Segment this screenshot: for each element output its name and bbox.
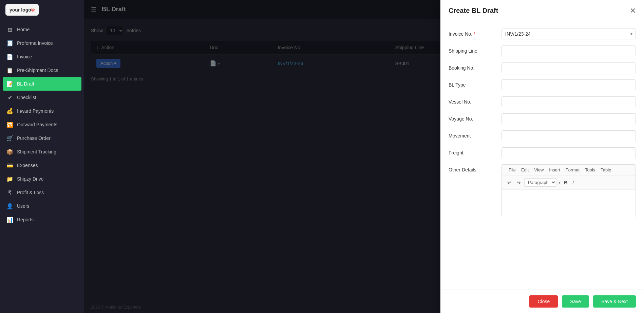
- menu-edit[interactable]: Edit: [518, 167, 531, 173]
- save-button[interactable]: Save: [562, 295, 589, 308]
- invoice-no-select-wrapper: INV/1/23-24 ▾: [501, 29, 636, 39]
- modal-header: Create BL Draft ✕: [440, 0, 644, 20]
- sidebar-item-label-outward-payments: Outward Payments: [17, 122, 57, 127]
- label-movement: Movement: [449, 130, 496, 139]
- save-next-button[interactable]: Save & Next: [593, 295, 636, 308]
- shipment-tracking-icon: 📦: [7, 149, 13, 155]
- sidebar-item-proforma-invoice[interactable]: 🧾 Proforma Invoice: [0, 36, 84, 50]
- editor-area: File Edit View Insert Format Tools Table…: [501, 164, 636, 217]
- checklist-icon: ✔: [7, 94, 13, 100]
- more-options-button[interactable]: ···: [577, 179, 584, 186]
- bl-type-input[interactable]: [501, 79, 636, 90]
- voyage-no-input[interactable]: [501, 113, 636, 124]
- sidebar-item-label-bl-draft: BL Draft: [17, 81, 34, 87]
- italic-button[interactable]: I: [571, 179, 575, 186]
- sidebar-item-purchase-order[interactable]: 🛒 Purchase Order: [0, 131, 84, 145]
- sidebar-item-expenses[interactable]: 💳 Expenses: [0, 159, 84, 172]
- expenses-icon: 💳: [7, 162, 13, 168]
- sidebar-item-invoice[interactable]: 📄 Invoice: [0, 50, 84, 63]
- field-booking-no: Booking No.: [449, 62, 636, 73]
- sidebar-item-label-pre-shipment-docs: Pre-Shipment Docs: [17, 68, 58, 73]
- vessel-no-input[interactable]: [501, 96, 636, 107]
- sidebar-item-checklist[interactable]: ✔ Checklist: [0, 91, 84, 104]
- sidebar-nav: ⊞ Home 🧾 Proforma Invoice 📄 Invoice 📋 Pr…: [0, 20, 84, 313]
- menu-insert[interactable]: Insert: [546, 167, 563, 173]
- freight-input[interactable]: [501, 147, 636, 158]
- outward-payments-icon: 🔁: [7, 122, 13, 128]
- logo-area: your logo©: [0, 0, 84, 20]
- paragraph-select[interactable]: Paragraph: [524, 178, 556, 187]
- field-voyage-no: Voyage No.: [449, 113, 636, 124]
- field-bl-type: BL Type: [449, 79, 636, 90]
- sidebar-item-pre-shipment-docs[interactable]: 📋 Pre-Shipment Docs: [0, 63, 84, 77]
- editor-content[interactable]: [502, 190, 636, 217]
- menu-tools[interactable]: Tools: [582, 167, 598, 173]
- label-other-details: Other Details: [449, 164, 496, 172]
- modal-panel: Create BL Draft ✕ Invoice No. * INV/1/23…: [440, 0, 644, 313]
- sidebar-item-label-expenses: Expenses: [17, 163, 38, 168]
- sidebar-item-label-checklist: Checklist: [17, 95, 36, 100]
- close-button[interactable]: Close: [529, 295, 558, 308]
- sidebar-item-label-users: Users: [17, 203, 30, 209]
- purchase-order-icon: 🛒: [7, 135, 13, 141]
- redo-button[interactable]: ↪: [515, 179, 522, 186]
- label-vessel-no: Vessel No.: [449, 96, 496, 105]
- undo-button[interactable]: ↩: [506, 179, 513, 186]
- home-icon: ⊞: [7, 26, 13, 33]
- logo-superscript: ©: [31, 7, 35, 13]
- modal-body: Invoice No. * INV/1/23-24 ▾ Shipping Lin…: [440, 20, 644, 290]
- label-invoice-no: Invoice No. *: [449, 29, 496, 37]
- menu-view[interactable]: View: [531, 167, 546, 173]
- proforma-invoice-icon: 🧾: [7, 40, 13, 46]
- field-invoice-no: Invoice No. * INV/1/23-24 ▾: [449, 29, 636, 39]
- required-star: *: [474, 31, 475, 37]
- field-shipping-line: Shipping Line: [449, 45, 636, 56]
- sidebar-item-users[interactable]: 👤 Users: [0, 199, 84, 213]
- shipping-line-input[interactable]: [501, 45, 636, 56]
- booking-no-input[interactable]: [501, 62, 636, 73]
- label-booking-no: Booking No.: [449, 62, 496, 71]
- sidebar-item-label-inward-payments: Inward Payments: [17, 108, 54, 114]
- bold-button[interactable]: B: [563, 179, 569, 186]
- sidebar-item-label-reports: Reports: [17, 217, 34, 222]
- sidebar-item-shipment-tracking[interactable]: 📦 Shipment Tracking: [0, 145, 84, 159]
- sidebar-item-label-shipzy-drive: Shipzy Drive: [17, 176, 44, 182]
- editor-toolbar: ↩ ↪ Paragraph ▾ B I ···: [502, 176, 636, 190]
- modal-close-x-button[interactable]: ✕: [630, 7, 636, 15]
- users-icon: 👤: [7, 203, 13, 209]
- field-vessel-no: Vessel No.: [449, 96, 636, 107]
- editor-menubar: File Edit View Insert Format Tools Table: [502, 165, 636, 176]
- sidebar-item-label-proforma-invoice: Proforma Invoice: [17, 40, 53, 46]
- shipzy-drive-icon: 📁: [7, 176, 13, 182]
- sidebar: your logo© ⊞ Home 🧾 Proforma Invoice 📄 I…: [0, 0, 84, 313]
- bl-draft-icon: 📝: [7, 81, 13, 87]
- menu-table[interactable]: Table: [598, 167, 614, 173]
- sidebar-item-label-shipment-tracking: Shipment Tracking: [17, 149, 56, 154]
- sidebar-item-label-home: Home: [17, 27, 30, 32]
- sidebar-item-profit-loss[interactable]: ₹ Profit & Loss: [0, 186, 84, 199]
- profit-loss-icon: ₹: [7, 189, 13, 196]
- invoice-no-select[interactable]: INV/1/23-24: [501, 29, 636, 39]
- sidebar-item-inward-payments[interactable]: 💰 Inward Payments: [0, 104, 84, 118]
- sidebar-item-shipzy-drive[interactable]: 📁 Shipzy Drive: [0, 172, 84, 186]
- sidebar-item-outward-payments[interactable]: 🔁 Outward Payments: [0, 118, 84, 131]
- label-shipping-line: Shipping Line: [449, 45, 496, 54]
- sidebar-item-reports[interactable]: 📊 Reports: [0, 213, 84, 226]
- sidebar-item-label-profit-loss: Profit & Loss: [17, 190, 44, 195]
- menu-format[interactable]: Format: [563, 167, 582, 173]
- pre-shipment-docs-icon: 📋: [7, 67, 13, 73]
- sidebar-item-bl-draft[interactable]: 📝 BL Draft: [3, 77, 81, 91]
- invoice-icon: 📄: [7, 54, 13, 60]
- sidebar-item-label-invoice: Invoice: [17, 54, 32, 59]
- field-other-details: Other Details File Edit View Insert Form…: [449, 164, 636, 217]
- label-voyage-no: Voyage No.: [449, 113, 496, 122]
- logo: your logo©: [5, 4, 39, 16]
- reports-icon: 📊: [7, 217, 13, 223]
- field-freight: Freight: [449, 147, 636, 158]
- sidebar-item-home[interactable]: ⊞ Home: [0, 23, 84, 36]
- movement-input[interactable]: [501, 130, 636, 141]
- menu-file[interactable]: File: [506, 167, 518, 173]
- sidebar-item-label-purchase-order: Purchase Order: [17, 135, 51, 141]
- field-movement: Movement: [449, 130, 636, 141]
- inward-payments-icon: 💰: [7, 108, 13, 114]
